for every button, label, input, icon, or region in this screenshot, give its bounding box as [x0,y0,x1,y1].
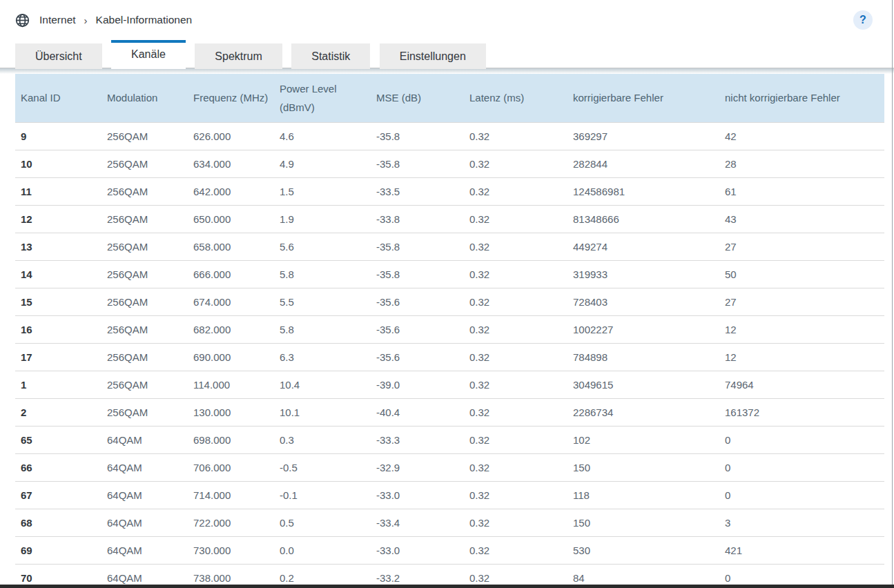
cell-latenz: 0.32 [464,371,567,398]
cell-frequenz: 730.000 [188,536,274,564]
cell-korrigierbare-fehler: 3049615 [567,371,719,398]
cell-mse: -39.0 [371,371,464,398]
cell-modulation: 256QAM [101,398,188,426]
cell-kanal-id: 1 [15,371,101,398]
cell-power-level: 6.3 [274,343,371,371]
cell-kanal-id: 13 [15,233,101,260]
tab-bar: Übersicht Kanäle Spektrum Statistik Eins… [0,40,894,68]
cell-modulation: 64QAM [101,426,188,453]
cell-frequenz: 626.000 [188,122,274,150]
cell-kanal-id: 9 [15,122,101,150]
table-row: 14 256QAM 666.000 5.8 -35.8 0.32 319933 … [15,260,884,288]
table-row: 12 256QAM 650.000 1.9 -33.8 0.32 8134866… [15,205,884,233]
cell-nicht-korrigierbare-fehler: 61 [719,177,884,205]
cell-nicht-korrigierbare-fehler: 28 [719,150,884,177]
cell-korrigierbare-fehler: 81348666 [567,205,719,233]
cell-latenz: 0.32 [464,288,567,315]
table-header: Kanal ID Modulation Frequenz (MHz) Power… [15,74,884,122]
tab-statistik[interactable]: Statistik [291,43,370,69]
cell-latenz: 0.32 [464,205,567,233]
cell-kanal-id: 66 [15,453,101,481]
cell-frequenz: 130.000 [188,398,274,426]
cell-frequenz: 706.000 [188,453,274,481]
table-row: 9 256QAM 626.000 4.6 -35.8 0.32 369297 4… [15,122,884,150]
cell-nicht-korrigierbare-fehler: 0 [719,426,884,453]
cell-mse: -35.8 [371,122,464,150]
cell-kanal-id: 69 [15,536,101,564]
cell-frequenz: 114.000 [188,371,274,398]
cell-korrigierbare-fehler: 102 [567,426,719,453]
cell-kanal-id: 16 [15,315,101,343]
cell-kanal-id: 17 [15,343,101,371]
col-power-level: Power Level (dBmV) [274,74,371,122]
cell-latenz: 0.32 [464,343,567,371]
cell-nicht-korrigierbare-fehler: 50 [719,260,884,288]
cell-kanal-id: 67 [15,481,101,509]
content-top-shadow [0,68,894,74]
table-row: 66 64QAM 706.000 -0.5 -32.9 0.32 150 0 [15,453,884,481]
cell-mse: -33.8 [371,205,464,233]
cell-modulation: 256QAM [101,233,188,260]
tab-kanaele[interactable]: Kanäle [111,40,186,69]
table-row: 11 256QAM 642.000 1.5 -33.5 0.32 1245869… [15,177,884,205]
cell-mse: -32.9 [371,453,464,481]
cell-nicht-korrigierbare-fehler: 421 [719,536,884,564]
page: Internet › Kabel-Informationen ? Übersic… [0,0,894,588]
tab-uebersicht[interactable]: Übersicht [15,43,102,69]
cell-power-level: 5.6 [274,233,371,260]
cell-mse: -35.8 [371,150,464,177]
breadcrumb-section[interactable]: Internet [39,14,76,26]
cell-modulation: 256QAM [101,260,188,288]
cell-latenz: 0.32 [464,398,567,426]
cell-kanal-id: 10 [15,150,101,177]
cell-modulation: 64QAM [101,481,188,509]
cell-kanal-id: 68 [15,509,101,536]
cell-mse: -35.8 [371,260,464,288]
cell-nicht-korrigierbare-fehler: 161372 [719,398,884,426]
help-button[interactable]: ? [853,10,873,30]
cell-latenz: 0.32 [464,453,567,481]
cell-modulation: 256QAM [101,371,188,398]
cell-frequenz: 658.000 [188,233,274,260]
cell-frequenz: 674.000 [188,288,274,315]
col-mse: MSE (dB) [371,74,464,122]
cell-kanal-id: 65 [15,426,101,453]
cell-latenz: 0.32 [464,509,567,536]
table-row: 67 64QAM 714.000 -0.1 -33.0 0.32 118 0 [15,481,884,509]
window-right-border [892,0,893,588]
tab-spektrum[interactable]: Spektrum [195,43,282,69]
cell-mse: -40.4 [371,398,464,426]
cell-korrigierbare-fehler: 2286734 [567,398,719,426]
cell-nicht-korrigierbare-fehler: 42 [719,122,884,150]
table-row: 2 256QAM 130.000 10.1 -40.4 0.32 2286734… [15,398,884,426]
cell-power-level: 10.4 [274,371,371,398]
table-row: 65 64QAM 698.000 0.3 -33.3 0.32 102 0 [15,426,884,453]
cell-nicht-korrigierbare-fehler: 74964 [719,371,884,398]
cell-nicht-korrigierbare-fehler: 0 [719,481,884,509]
cell-modulation: 256QAM [101,315,188,343]
cell-power-level: 0.3 [274,426,371,453]
channels-table: Kanal ID Modulation Frequenz (MHz) Power… [15,74,884,588]
cell-modulation: 256QAM [101,205,188,233]
cell-frequenz: 690.000 [188,343,274,371]
cell-korrigierbare-fehler: 124586981 [567,177,719,205]
cell-latenz: 0.32 [464,233,567,260]
table-row: 16 256QAM 682.000 5.8 -35.6 0.32 1002227… [15,315,884,343]
cell-mse: -35.6 [371,288,464,315]
table-row: 15 256QAM 674.000 5.5 -35.6 0.32 728403 … [15,288,884,315]
cell-kanal-id: 15 [15,288,101,315]
cell-power-level: -0.1 [274,481,371,509]
cell-power-level: 0.5 [274,509,371,536]
table-row: 17 256QAM 690.000 6.3 -35.6 0.32 784898 … [15,343,884,371]
cell-korrigierbare-fehler: 319933 [567,260,719,288]
cell-latenz: 0.32 [464,260,567,288]
tab-einstellungen[interactable]: Einstellungen [380,43,486,69]
cell-power-level: 1.9 [274,205,371,233]
page-title: Kabel-Informationen [96,14,193,26]
cell-frequenz: 722.000 [188,509,274,536]
cell-frequenz: 666.000 [188,260,274,288]
cell-latenz: 0.32 [464,122,567,150]
col-modulation: Modulation [101,74,188,122]
cell-latenz: 0.32 [464,426,567,453]
cell-korrigierbare-fehler: 150 [567,453,719,481]
